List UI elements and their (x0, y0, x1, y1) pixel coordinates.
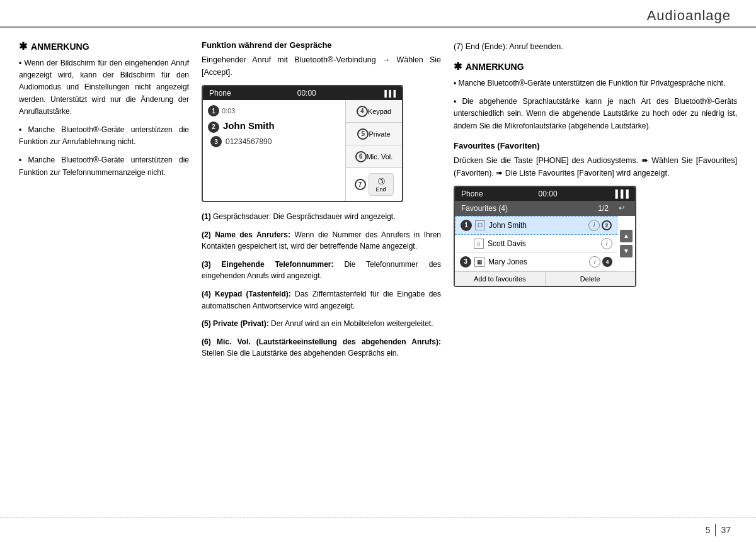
caller-number: 01234567890 (226, 137, 272, 146)
fav-back-btn[interactable]: ↩ (614, 203, 629, 214)
anmerkung-title-right: ANMERKUNG (466, 62, 524, 72)
page-footer: 5 37 (0, 517, 756, 542)
item-3: (3) Eingehende Telefonnummer: Die Telefo… (202, 259, 441, 282)
fav-phone-time: 00:00 (539, 189, 558, 198)
page-num-val: 37 (721, 525, 731, 535)
page-header: Audioanlage (0, 0, 756, 28)
home-icon-scott: ⌂ (474, 239, 484, 249)
fav-sub-bar: Favourites (4) 1/2 ↩ (455, 201, 635, 216)
caller-name-row: 2 John Smith (208, 120, 340, 133)
micvol-btn[interactable]: 6 Mic. Vol. (346, 145, 402, 168)
fav-content: 1 ☐ John Smith i 2 ⌂ Scott Davis i (455, 216, 635, 271)
keypad-btn[interactable]: 4 Keypad (346, 100, 402, 123)
item-4: (4) Keypad (Tastenfeld): Das Zifferntast… (202, 288, 441, 312)
item-6: (6) Mic. Vol. (Lautstärkeeinstellung des… (202, 336, 441, 359)
add-to-fav-btn[interactable]: Add to favourites (455, 272, 546, 286)
fav-name-scott: Scott Davis (488, 239, 597, 248)
left-column: ✱ ANMERKUNG Wenn der Bildschirm für den … (19, 40, 189, 507)
favourites-section: Favourites (Favoriten) Drücken Sie die T… (454, 141, 737, 287)
fav-scroll-buttons: ▲ ▼ (617, 216, 635, 271)
page-title: Audioanlage (647, 8, 731, 24)
timer-value: 0:03 (222, 107, 235, 115)
anmerkung-list-right: Manche Bluetooth®-Geräte unterstützen di… (454, 77, 737, 132)
asterisk-icon-right: ✱ (454, 60, 462, 72)
fav-badge-4: 4 (602, 257, 612, 267)
item-6-label: Mic. Vol. (Lautstärkeeinstellung des abg… (217, 337, 441, 346)
middle-column: Funktion während der Gespräche Eingehend… (202, 40, 441, 507)
fav-info-scott[interactable]: i (601, 238, 612, 249)
fav-phone-label: Phone (461, 189, 483, 198)
fav-intro: Drücken Sie die Taste [PHONE] des Audios… (454, 154, 737, 179)
item-2-num: (2) (202, 230, 211, 239)
end-btn[interactable]: ✆ End (369, 173, 394, 196)
item-5: (5) Private (Privat): Der Anruf wird an … (202, 318, 441, 330)
end-phone-icon: ✆ (375, 175, 387, 188)
scroll-down-btn[interactable]: ▼ (620, 245, 633, 257)
anmerkung-header-right: ✱ ANMERKUNG (454, 60, 737, 72)
phone-left-panel: 1 0:03 2 John Smith 3 01234567890 (203, 100, 345, 201)
person-icon-john: ☐ (475, 220, 485, 230)
fav-item-scott[interactable]: ⌂ Scott Davis i (455, 235, 617, 253)
page-divider (715, 524, 716, 536)
call-timer: 1 0:03 (208, 105, 340, 116)
phone-label: Phone (209, 89, 231, 98)
scroll-up-btn[interactable]: ▲ (620, 230, 633, 242)
fav-info-mary[interactable]: i (589, 256, 600, 268)
badge-4: 4 (357, 106, 368, 117)
item-6-text: Stellen Sie die Lautstärke des abgehende… (202, 349, 399, 358)
item-4-num: (4) (202, 290, 211, 298)
anmerkung-item-3: Manche Bluetooth®-Geräte unterstützen di… (19, 154, 189, 178)
badge-7: 7 (355, 179, 366, 190)
end-btn-row: 7 ✆ End (346, 168, 402, 201)
fav-heading: Favourites (Favoriten) (454, 141, 737, 150)
fav-page: 1/2 (598, 204, 609, 213)
anmerkung-title-left: ANMERKUNG (31, 42, 89, 52)
fav-list: 1 ☐ John Smith i 2 ⌂ Scott Davis i (455, 216, 617, 271)
funktion-heading: Funktion während der Gespräche (202, 40, 441, 50)
item-2-label: Name des Anrufers: (215, 230, 290, 239)
fav-name-mary: Mary Jones (488, 257, 585, 266)
item-1-num: (1) (202, 212, 211, 221)
item-4-label: Keypad (Tastenfeld): (215, 290, 291, 298)
item-6-num: (6) (202, 337, 211, 346)
badge-2: 2 (208, 121, 219, 133)
item-3-num: (3) (202, 260, 211, 269)
item-3-label: Eingehende Telefonnummer: (222, 260, 334, 269)
fav-item-mary[interactable]: 3 ▦ Mary Jones i 4 (455, 253, 617, 271)
item-7-text: (7) End (Ende): Anruf beenden. (454, 40, 737, 53)
fav-name-john: John Smith (489, 221, 585, 230)
fav-badge-2: 2 (602, 220, 612, 230)
intro-text: Eingehender Anruf mit Bluetooth®-Verbind… (202, 54, 441, 79)
badge-5: 5 (357, 128, 369, 140)
item-2: (2) Name des Anrufers: Wenn die Nummer d… (202, 229, 441, 252)
right-column: (7) End (Ende): Anruf beenden. ✱ ANMERKU… (454, 40, 737, 507)
building-icon-mary: ▦ (474, 257, 484, 267)
fav-badge-1: 1 (461, 220, 472, 231)
delete-btn[interactable]: Delete (546, 272, 636, 286)
item-5-num: (5) (202, 319, 211, 328)
main-content: ✱ ANMERKUNG Wenn der Bildschirm für den … (0, 28, 756, 513)
private-label: Private (369, 130, 390, 138)
caller-info: 2 John Smith 3 01234567890 (208, 120, 340, 147)
phone-screen-fav: Phone 00:00 ▐▐▐ Favourites (4) 1/2 ↩ (454, 186, 636, 287)
anmerkung-item-1: Wenn der Bildschirm für den eingehenden … (19, 57, 189, 118)
fav-info-john[interactable]: i (588, 220, 600, 231)
item-1: (1) Gesprächsdauer: Die Gesprächsdauer w… (202, 211, 441, 223)
item-5-label: Private (Privat): (213, 319, 269, 328)
micvol-label: Mic. Vol. (367, 153, 393, 161)
badge-3: 3 (210, 136, 222, 147)
phone-top-bar: Phone 00:00 ▐▐▐ (203, 86, 402, 100)
fav-item-john[interactable]: 1 ☐ John Smith i 2 (455, 216, 617, 235)
anmerkung-header-left: ✱ ANMERKUNG (19, 40, 189, 52)
page-number: 5 37 (706, 524, 731, 536)
item-5-text: Der Anruf wird an ein Mobiltelefon weite… (271, 319, 433, 328)
fav-signal: ▐▐▐ (612, 189, 629, 198)
phone-right-panel: 4 Keypad 5 Private 6 Mic. Vol. 7 (345, 100, 402, 201)
private-btn[interactable]: 5 Private (346, 123, 402, 145)
item-1-label: Gesprächsdauer: (213, 212, 271, 221)
end-label: End (375, 186, 386, 193)
page-section: 5 (706, 525, 711, 535)
phone-screen-call: Phone 00:00 ▐▐▐ 1 0:03 2 John Smith (202, 85, 403, 202)
phone-time: 00:00 (297, 89, 316, 98)
fav-top-bar: Phone 00:00 ▐▐▐ (455, 187, 635, 201)
